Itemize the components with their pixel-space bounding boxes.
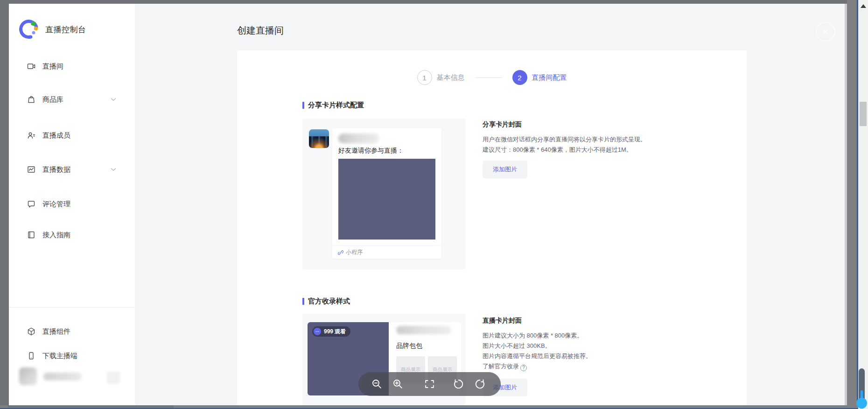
step-basic-info: 1 基本信息	[417, 70, 465, 85]
stepper: 1 基本信息 2 直播间配置	[237, 50, 747, 85]
sidebar-item-live-room[interactable]: 直播间	[9, 60, 135, 73]
members-icon	[27, 131, 36, 140]
sidebar-item-label: 下载主播端	[42, 352, 77, 360]
chevron-down-icon	[111, 98, 116, 101]
share-cover-desc: 用户在微信对话框内分享的直播间将以分享卡片的形式呈现。 建议尺寸：800像素 *…	[483, 134, 646, 155]
sidebar-item-label: 直播成员	[42, 131, 70, 140]
section-bar	[302, 102, 304, 109]
guide-icon	[27, 230, 36, 240]
step-connector	[475, 78, 502, 78]
sidebar-item-live-components[interactable]: 直播组件	[9, 325, 135, 338]
official-listing-link-row: 了解官方收录?	[483, 361, 592, 372]
user-name-redacted	[43, 373, 82, 381]
section-bar	[302, 298, 304, 305]
section-title: 官方收录样式	[308, 297, 350, 306]
browser-scrollbar-thumb[interactable]	[860, 102, 867, 126]
screen: 直播控制台 直播间 商品库	[0, 0, 868, 409]
mini-program-footer: 小程序	[332, 246, 441, 259]
scroll-up-arrow[interactable]	[861, 4, 866, 8]
zoom-out-icon[interactable]	[371, 378, 383, 390]
close-icon	[821, 27, 830, 36]
camera-icon	[27, 62, 36, 71]
image-viewer-toolbar	[358, 372, 501, 396]
sidebar-item-label: 直播间	[42, 62, 63, 71]
sidebar-item-label: 直播数据	[42, 165, 70, 174]
section-title: 分享卡片样式配置	[308, 101, 364, 110]
step-label: 直播间配置	[532, 73, 567, 82]
info-line: 图片建议大小为 800像素 * 800像素。	[483, 331, 592, 341]
chevron-down-icon	[111, 168, 116, 171]
info-line: 建议尺寸：800像素 * 640像素，图片大小不得超过1M。	[483, 145, 646, 155]
share-card-section-heading: 分享卡片样式配置	[302, 101, 364, 110]
live-cover-info: 直播卡片封面	[483, 317, 522, 325]
info-line: 图片内容遵循平台规范后更容易被推荐。	[483, 351, 592, 361]
info-line: 用户在微信对话框内分享的直播间将以分享卡片的形式呈现。	[483, 134, 646, 145]
sidebar-item-live-members[interactable]: 直播成员	[9, 129, 135, 142]
window-frame-left	[0, 4, 9, 408]
viewer-count: 999 观看	[324, 328, 346, 336]
app-window: 直播控制台 直播间 商品库	[9, 4, 845, 405]
page-title: 创建直播间	[237, 24, 284, 37]
info-title: 分享卡片封面	[483, 120, 522, 129]
phone-icon	[27, 351, 36, 360]
inner-scrollbar-thumb[interactable]	[847, 0, 857, 408]
sidebar-item-access-guide[interactable]: 接入指南	[9, 228, 135, 241]
sidebar-item-product-library[interactable]: 商品库	[9, 93, 135, 106]
room-title: 品牌包包	[396, 342, 461, 350]
modal-overlay: 创建直播间 1 基本信息 2 直播间配置	[135, 4, 845, 405]
sidebar-divider	[9, 307, 135, 308]
fullscreen-icon[interactable]	[424, 378, 435, 390]
chart-icon	[27, 165, 36, 174]
step-room-config: 2 直播间配置	[512, 70, 567, 85]
window-frame-top	[0, 0, 858, 4]
sidebar-item-comment-management[interactable]: 评论管理	[9, 197, 135, 211]
zoom-in-icon[interactable]	[392, 378, 404, 390]
step-label: 基本信息	[437, 73, 465, 82]
mini-program-label: 小程序	[346, 248, 363, 256]
link-icon	[338, 250, 343, 255]
close-button[interactable]	[816, 22, 835, 42]
sidebar-item-download-broadcaster[interactable]: 下载主播端	[9, 349, 135, 362]
brand-logo-icon	[18, 19, 40, 40]
official-listing-section-heading: 官方收录样式	[302, 297, 350, 306]
step-number: 2	[512, 70, 527, 85]
user-extra-redacted	[107, 372, 120, 384]
sidebar-item-label: 商品库	[42, 95, 63, 104]
rotate-right-icon[interactable]	[474, 378, 486, 390]
share-card-preview: 好友邀请你参与直播： 小程序	[302, 119, 466, 269]
comment-icon	[27, 199, 36, 209]
user-avatar[interactable]	[19, 367, 37, 385]
sidebar-item-label: 评论管理	[42, 200, 70, 209]
share-cover-placeholder	[338, 159, 435, 240]
brand: 直播控制台	[18, 19, 86, 40]
learn-official-listing-link[interactable]: 了解官方收录	[483, 363, 519, 370]
step-number: 1	[417, 70, 432, 85]
bag-icon	[27, 95, 36, 104]
sidebar: 直播控制台 直播间 商品库	[9, 4, 135, 405]
brand-title: 直播控制台	[45, 24, 86, 35]
share-cover-info: 分享卡片封面	[483, 120, 522, 129]
info-line: 图片大小不超过 300KB。	[483, 341, 592, 351]
rotate-left-icon[interactable]	[453, 378, 464, 390]
chat-name-redacted	[338, 134, 379, 143]
chat-avatar-image	[309, 129, 329, 148]
viewer-badge: 999 观看	[312, 326, 350, 337]
invite-text: 好友邀请你参与直播：	[338, 147, 404, 155]
share-chat-card: 好友邀请你参与直播： 小程序	[332, 128, 441, 259]
help-icon[interactable]: ?	[520, 365, 527, 371]
cube-icon	[27, 327, 36, 336]
live-cover-desc: 图片建议大小为 800像素 * 800像素。 图片大小不超过 300KB。 图片…	[483, 331, 592, 372]
form-panel: 1 基本信息 2 直播间配置 分享卡片样式配置	[237, 50, 747, 405]
sidebar-item-label: 直播组件	[42, 327, 70, 336]
account-name-redacted	[396, 326, 451, 334]
sidebar-item-label: 接入指南	[42, 231, 70, 240]
add-share-image-button[interactable]: 添加图片	[483, 161, 527, 178]
live-dots-icon	[314, 328, 321, 335]
sidebar-item-live-data[interactable]: 直播数据	[9, 163, 135, 176]
info-title: 直播卡片封面	[483, 317, 522, 325]
scroll-indicator-handle[interactable]	[856, 398, 867, 409]
browser-scrollbar	[858, 0, 868, 409]
